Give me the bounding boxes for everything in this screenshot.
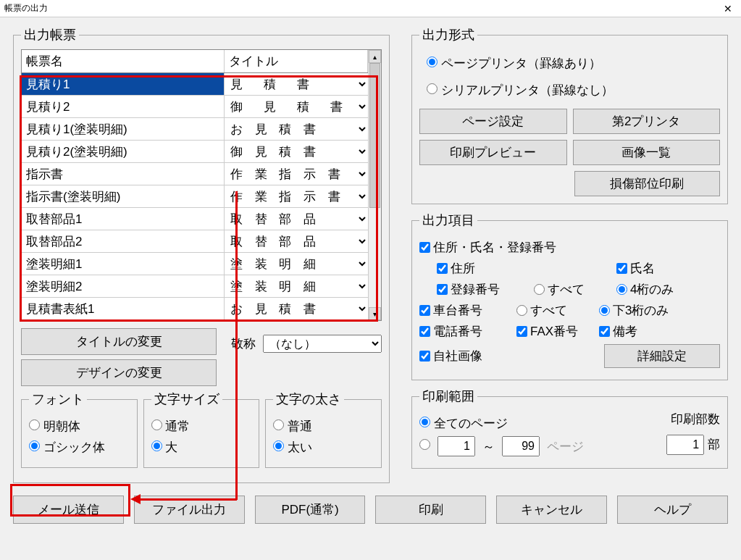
row-name[interactable]: 取替部品1	[22, 208, 225, 230]
table-row[interactable]: 見積り2(塗装明細)御 見 積 書	[22, 141, 368, 163]
col-header-name[interactable]: 帳票名	[22, 50, 225, 72]
design-change-button[interactable]: デザインの変更	[21, 359, 217, 386]
col-header-title[interactable]: タイトル	[225, 50, 368, 72]
scroll-up-icon[interactable]: ▴	[369, 50, 381, 63]
format-page-printer[interactable]: ページプリンタ（罫線あり）	[427, 55, 720, 72]
bottom-bar: メール送信 ファイル出力 PDF(通常) 印刷 キャンセル ヘルプ	[13, 496, 728, 524]
range-from-input[interactable]	[438, 436, 475, 456]
row-name[interactable]: 見積書表紙1	[22, 298, 225, 319]
honorific-select[interactable]: （なし）	[263, 335, 382, 353]
row-name[interactable]: 塗装明細1	[22, 253, 225, 275]
mail-send-button[interactable]: メール送信	[13, 496, 124, 524]
print-button[interactable]: 印刷	[375, 496, 486, 524]
row-title-select[interactable]: 作 業 指 示 書	[225, 185, 368, 207]
chk-name[interactable]: 氏名	[616, 260, 711, 277]
row-title-select[interactable]: 見 積 書	[225, 73, 368, 95]
row-name[interactable]: 指示書(塗装明細)	[22, 185, 225, 207]
row-title-select[interactable]: 作 業 指 示 書	[225, 163, 368, 185]
table-row[interactable]: 塗装明細1塗 装 明 細	[22, 253, 368, 275]
table-row[interactable]: 取替部品2取 替 部 品	[22, 230, 368, 253]
detail-settings-button[interactable]: 詳細設定	[604, 344, 720, 368]
row-title-select[interactable]: お 見 積 書	[225, 298, 368, 319]
chk-fax[interactable]: FAX番号	[516, 323, 596, 340]
close-icon[interactable]: ✕	[719, 3, 737, 14]
weight-legend: 文字の太さ	[273, 390, 344, 408]
output-format-group: 出力形式 ページプリンタ（罫線あり） シリアルプリンタ（罫線なし） ページ設定 …	[411, 26, 728, 204]
chk-addr-name-reg[interactable]: 住所・氏名・登録番号	[419, 239, 556, 256]
row-title-select[interactable]: 御 見 積 書	[225, 96, 368, 117]
range-all[interactable]: 全てのページ	[419, 415, 508, 432]
output-format-legend: 出力形式	[419, 26, 477, 43]
chk-chassis[interactable]: 車台番号	[419, 302, 514, 319]
table-row[interactable]: 指示書(塗装明細)作 業 指 示 書	[22, 185, 368, 208]
report-table: 帳票名 タイトル 見積り1見 積 書見積り2御 見 積 書見積り1(塗装明細)お…	[21, 49, 382, 321]
title-change-button[interactable]: タイトルの変更	[21, 328, 217, 355]
table-row[interactable]: 見積り1(塗装明細)お 見 積 書	[22, 118, 368, 141]
preview-button[interactable]: 印刷プレビュー	[419, 140, 567, 165]
annotation-arrow-horizontal	[141, 498, 237, 501]
images-button[interactable]: 画像一覧	[573, 140, 721, 165]
font-mincho[interactable]: 明朝体	[29, 418, 130, 435]
chassis-3digit[interactable]: 下3桁のみ	[599, 302, 693, 319]
size-legend: 文字サイズ	[151, 390, 222, 408]
weight-bold[interactable]: 太い	[273, 439, 374, 456]
row-title-select[interactable]: お 見 積 書	[225, 118, 368, 140]
copies-label: 印刷部数	[671, 411, 720, 427]
chk-own-image[interactable]: 自社画像	[419, 348, 482, 364]
output-items-legend: 出力項目	[419, 212, 477, 229]
output-items-group: 出力項目 住所・氏名・登録番号 住所 氏名 登録番号 すべて 4桁のみ 車台番号…	[411, 212, 728, 380]
printer2-button[interactable]: 第2プリンタ	[573, 109, 721, 134]
chk-phone[interactable]: 電話番号	[419, 323, 514, 340]
format-serial-printer[interactable]: シリアルプリンタ（罫線なし）	[427, 82, 720, 99]
scroll-thumb[interactable]	[369, 63, 380, 208]
copies-suffix: 部	[708, 438, 720, 451]
print-range-legend: 印刷範囲	[419, 388, 477, 405]
table-scrollbar[interactable]: ▴ ▾	[368, 50, 381, 320]
row-title-select[interactable]: 御 見 積 書	[225, 141, 368, 162]
row-name[interactable]: 取替部品2	[22, 230, 225, 252]
row-name[interactable]: 塗装明細2	[22, 275, 225, 297]
regno-4digit[interactable]: 4桁のみ	[616, 281, 711, 298]
table-row[interactable]: 取替部品1取 替 部 品	[22, 208, 368, 230]
range-tilde: ～	[482, 438, 495, 455]
font-legend: フォント	[29, 390, 87, 408]
copies-input[interactable]	[666, 435, 704, 455]
chk-note[interactable]: 備考	[599, 323, 693, 340]
row-name[interactable]: 指示書	[22, 163, 225, 185]
window-title: 帳票の出力	[4, 2, 48, 14]
pdf-button[interactable]: PDF(通常)	[255, 496, 366, 524]
cancel-button[interactable]: キャンセル	[496, 496, 607, 524]
regno-all[interactable]: すべて	[534, 281, 614, 298]
font-group: フォント 明朝体 ゴシック体	[21, 390, 138, 468]
chk-regno[interactable]: 登録番号	[437, 281, 531, 298]
chk-address[interactable]: 住所	[437, 260, 531, 277]
row-title-select[interactable]: 塗 装 明 細	[225, 253, 368, 275]
annotation-arrow-vertical	[235, 191, 238, 500]
range-to-input[interactable]	[502, 436, 540, 456]
table-row[interactable]: 指示書作 業 指 示 書	[22, 163, 368, 185]
page-setup-button[interactable]: ページ設定	[419, 109, 567, 134]
damage-print-button[interactable]: 損傷部位印刷	[574, 171, 720, 196]
row-name[interactable]: 見積り1	[22, 73, 225, 95]
table-row[interactable]: 見積書表紙1お 見 積 書	[22, 298, 368, 320]
table-row[interactable]: 見積り1見 積 書	[22, 73, 368, 96]
output-report-legend: 出力帳票	[21, 26, 79, 43]
table-row[interactable]: 見積り2御 見 積 書	[22, 96, 368, 118]
size-group: 文字サイズ 通常 大	[143, 390, 260, 468]
table-row[interactable]: 塗装明細2塗 装 明 細	[22, 275, 368, 298]
row-name[interactable]: 見積り2	[22, 96, 225, 117]
range-pages[interactable]	[419, 439, 430, 454]
row-name[interactable]: 見積り1(塗装明細)	[22, 118, 225, 140]
weight-normal[interactable]: 普通	[273, 418, 374, 435]
row-title-select[interactable]: 取 替 部 品	[225, 230, 368, 252]
row-name[interactable]: 見積り2(塗装明細)	[22, 141, 225, 162]
font-gothic[interactable]: ゴシック体	[29, 439, 130, 456]
scroll-down-icon[interactable]: ▾	[369, 307, 381, 320]
row-title-select[interactable]: 取 替 部 品	[225, 208, 368, 230]
chassis-all[interactable]: すべて	[516, 302, 596, 319]
help-button[interactable]: ヘルプ	[617, 496, 728, 524]
print-range-group: 印刷範囲 全てのページ ～ ページ 印刷部数 部	[411, 388, 728, 469]
titlebar: 帳票の出力 ✕	[0, 0, 741, 17]
row-title-select[interactable]: 塗 装 明 細	[225, 275, 368, 297]
range-page-suffix: ページ	[547, 438, 584, 455]
